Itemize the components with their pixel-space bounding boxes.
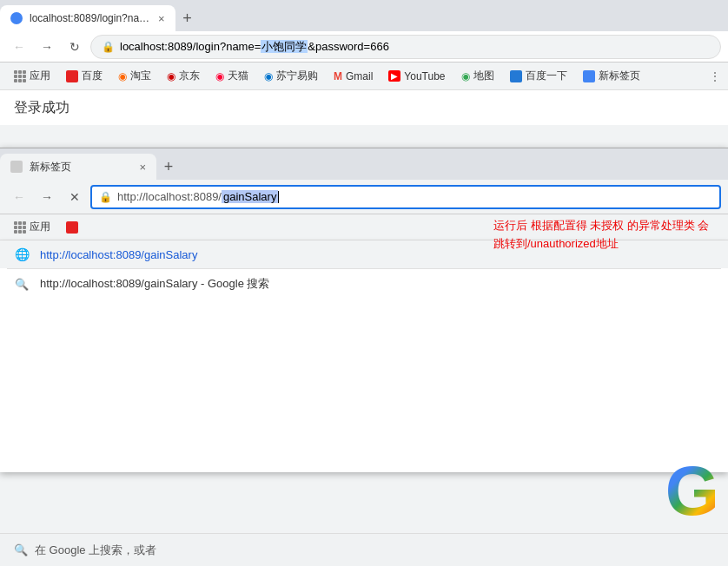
gmail-icon: M bbox=[334, 70, 342, 82]
baidu-icon-second bbox=[66, 221, 78, 234]
baidu-icon bbox=[66, 70, 78, 82]
newtab-bm-icon bbox=[583, 70, 595, 82]
url-highlight-top: 小饱同学 bbox=[261, 40, 308, 53]
youtube-icon: ▶ bbox=[388, 70, 400, 82]
taobao-icon: ◉ bbox=[118, 70, 127, 82]
url-suffix-top: &password=666 bbox=[308, 40, 389, 53]
bookmarks-more[interactable]: ⋮ bbox=[709, 69, 721, 83]
back-button-second[interactable]: ← bbox=[7, 185, 31, 209]
page-content-top: 登录成功 bbox=[0, 90, 728, 125]
bm-newtab-top[interactable]: 新标签页 bbox=[576, 67, 647, 85]
ditu-icon: ◉ bbox=[461, 70, 470, 82]
bm-apps-second[interactable]: 应用 bbox=[7, 218, 57, 236]
browser-window-top: localhost:8089/login?name=小 × + ← → ↻ 🔒 … bbox=[0, 0, 728, 125]
autocomplete-search-text: http://localhost:8089/gainSalary - Googl… bbox=[40, 276, 269, 292]
baiduyixia-icon bbox=[510, 70, 522, 82]
bm-ditu-top[interactable]: ◉地图 bbox=[454, 67, 501, 85]
address-bar-second: ← → ✕ 🔒 http://localhost:8089/gainSalary bbox=[0, 180, 728, 214]
page-content-second bbox=[0, 299, 728, 472]
tab-close-top[interactable]: × bbox=[158, 12, 165, 25]
tab-bar-second: 新标签页 × + bbox=[0, 148, 728, 180]
tab-favicon-second bbox=[10, 161, 23, 173]
apps-grid-icon bbox=[14, 70, 26, 82]
autocomplete-item-search[interactable]: 🔍 http://localhost:8089/gainSalary - Goo… bbox=[0, 269, 728, 299]
bm-baiduyixia-top[interactable]: 百度一下 bbox=[503, 67, 574, 85]
suning-icon: ◉ bbox=[264, 70, 273, 82]
close-button-second[interactable]: ✕ bbox=[63, 185, 87, 209]
refresh-button-top[interactable]: ↻ bbox=[63, 35, 87, 59]
lock-icon-second: 🔒 bbox=[99, 191, 112, 203]
search-icon-ac: 🔍 bbox=[14, 278, 30, 291]
address-text-top: localhost:8089/login?name=小饱同学&password=… bbox=[120, 39, 710, 55]
url-highlight-second: gainSalary bbox=[222, 190, 278, 203]
address-input-top[interactable]: 🔒 localhost:8089/login?name=小饱同学&passwor… bbox=[90, 35, 721, 59]
back-button-top[interactable]: ← bbox=[7, 35, 31, 59]
login-success-text: 登录成功 bbox=[14, 99, 69, 117]
address-text-second: http://localhost:8089/gainSalary bbox=[117, 190, 712, 204]
tab-title-top: localhost:8089/login?name=小 bbox=[30, 11, 151, 26]
tab-active-second[interactable]: 新标签页 × bbox=[0, 154, 156, 180]
forward-button-second[interactable]: → bbox=[35, 185, 59, 209]
search-placeholder-bottom: 在 Google 上搜索，或者 bbox=[35, 543, 156, 558]
forward-button-top[interactable]: → bbox=[35, 35, 59, 59]
browser-window-second: 新标签页 × + ← → ✕ 🔒 http://localhost:8089/g… bbox=[0, 148, 728, 472]
bottom-search-bar[interactable]: 🔍 在 Google 上搜索，或者 bbox=[0, 533, 728, 566]
text-cursor bbox=[278, 191, 279, 203]
bm-apps-top[interactable]: 应用 bbox=[7, 67, 57, 85]
apps-grid-icon-second bbox=[14, 221, 26, 234]
address-bar-top: ← → ↻ 🔒 localhost:8089/login?name=小饱同学&p… bbox=[0, 31, 728, 63]
bm-suning-top[interactable]: ◉苏宁易购 bbox=[257, 67, 325, 85]
tab-close-second[interactable]: × bbox=[139, 161, 146, 174]
url-prefix-top: localhost:8089/login?name= bbox=[120, 40, 261, 53]
lock-icon-top: 🔒 bbox=[102, 41, 115, 53]
bm-tmall-top[interactable]: ◉天猫 bbox=[208, 67, 255, 85]
tab-new-top[interactable]: + bbox=[175, 6, 200, 30]
bm-jd-top[interactable]: ◉京东 bbox=[160, 67, 207, 85]
bm-gmail-top[interactable]: MGmail bbox=[327, 69, 380, 84]
annotation-text: 运行后 根据配置得 未授权 的异常处理类 会跳转到/unauthorized地址 bbox=[493, 217, 719, 253]
bm-youtube-top[interactable]: ▶ YouTube bbox=[381, 69, 452, 84]
globe-icon: 🌐 bbox=[14, 247, 30, 261]
tab-active-top[interactable]: localhost:8089/login?name=小 × bbox=[0, 5, 175, 31]
tmall-icon: ◉ bbox=[215, 70, 224, 82]
address-input-second[interactable]: 🔒 http://localhost:8089/gainSalary bbox=[90, 185, 721, 209]
autocomplete-link-text: http://localhost:8089/gainSalary bbox=[40, 248, 197, 261]
tab-favicon-top bbox=[10, 12, 23, 24]
jd-icon: ◉ bbox=[167, 70, 175, 82]
search-icon-bottom: 🔍 bbox=[14, 543, 28, 556]
bookmarks-bar-top: 应用 百度 ◉淘宝 ◉京东 ◉天猫 ◉苏宁易购 MGmail ▶ YouTube… bbox=[0, 63, 728, 90]
bm-baidu-top[interactable]: 百度 bbox=[59, 67, 109, 85]
bm-taobao-top[interactable]: ◉淘宝 bbox=[111, 67, 158, 85]
tab-new-second[interactable]: + bbox=[156, 155, 181, 179]
youtube-label: YouTube bbox=[404, 70, 445, 82]
google-logo-wrap: G bbox=[665, 451, 719, 531]
tab-title-second: 新标签页 bbox=[30, 160, 71, 174]
tab-bar-top: localhost:8089/login?name=小 × + bbox=[0, 0, 728, 31]
url-prefix-second: http://localhost:8089/ bbox=[117, 190, 222, 203]
google-g-logo: G bbox=[665, 452, 719, 530]
bm-baidu-second[interactable] bbox=[59, 220, 85, 235]
